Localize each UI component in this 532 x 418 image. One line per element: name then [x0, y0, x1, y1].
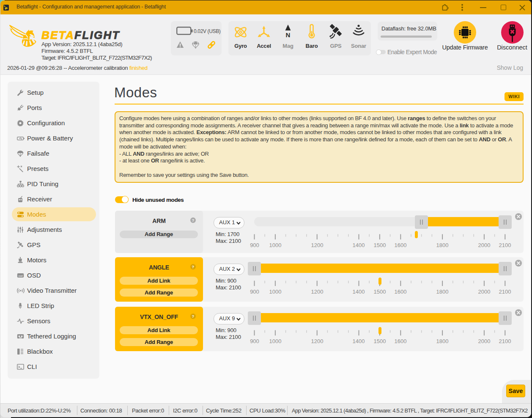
svg-text:osd: osd	[19, 275, 23, 277]
